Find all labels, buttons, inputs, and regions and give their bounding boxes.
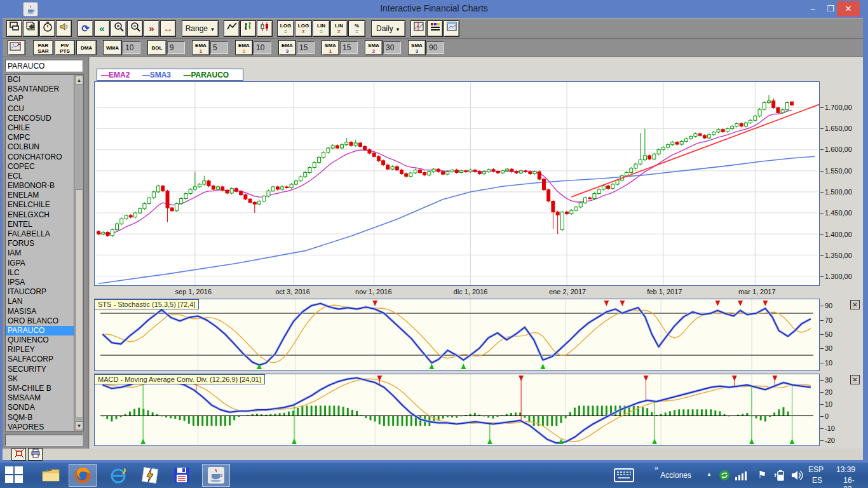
- sma3-period-field[interactable]: [426, 41, 444, 54]
- list-item[interactable]: ITAUCORP: [6, 287, 74, 297]
- clock-date[interactable]: 16-03-2017: [843, 476, 860, 488]
- fit-screen-button[interactable]: [11, 448, 26, 461]
- chart-window-icon[interactable]: [6, 20, 22, 37]
- chart-capture-icon[interactable]: +: [8, 40, 25, 55]
- list-item[interactable]: ENELGXCH: [6, 210, 74, 220]
- list-item[interactable]: BSANTANDER: [6, 85, 74, 94]
- list-item[interactable]: FALABELLA: [6, 229, 74, 239]
- refresh-icon[interactable]: ⟳: [78, 20, 93, 37]
- list-item[interactable]: CENCOSUD: [6, 114, 74, 123]
- language-indicator-2[interactable]: ES: [812, 476, 822, 485]
- stochastic-chart[interactable]: [94, 299, 820, 371]
- undo-icon[interactable]: [23, 20, 39, 37]
- sma1-period-field[interactable]: [340, 41, 358, 54]
- sma2-period-field[interactable]: [383, 41, 401, 54]
- legend-icon[interactable]: [427, 20, 443, 37]
- list-item[interactable]: SALFACORP: [6, 355, 74, 364]
- scale-lin-ne-button[interactable]: LIN≠: [330, 20, 348, 37]
- candlestick-icon[interactable]: [257, 20, 273, 37]
- indicator-ema1-button[interactable]: EMA1: [192, 40, 210, 55]
- ema1-period-field[interactable]: [210, 41, 228, 54]
- sound-icon[interactable]: [56, 20, 72, 37]
- list-item[interactable]: ILC: [6, 268, 74, 278]
- wma-period-field[interactable]: [123, 41, 140, 54]
- crosshair-chart-icon[interactable]: [410, 20, 426, 37]
- line-chart-icon[interactable]: [224, 20, 240, 37]
- list-item[interactable]: EMBONOR-B: [6, 181, 74, 191]
- list-item[interactable]: QUINENCO: [6, 336, 74, 345]
- keyboard-icon[interactable]: [614, 468, 634, 482]
- symbol-secondary-field[interactable]: [5, 435, 83, 446]
- scrollbar-thumb[interactable]: [75, 189, 83, 418]
- list-item[interactable]: LAN: [6, 297, 74, 306]
- list-item[interactable]: RIPLEY: [6, 345, 74, 355]
- period-dropdown[interactable]: Daily ▼: [371, 20, 405, 37]
- list-item[interactable]: MASISA: [6, 307, 74, 316]
- range-dropdown[interactable]: Range ▼: [182, 20, 219, 37]
- list-item[interactable]: SK: [6, 374, 74, 384]
- indicator-sma3-button[interactable]: SMA3: [408, 40, 426, 55]
- macd-chart[interactable]: [94, 374, 820, 446]
- java-taskbar-icon[interactable]: [202, 464, 230, 487]
- ema3-period-field[interactable]: [297, 41, 315, 54]
- indicator-dma-button[interactable]: DMA: [76, 40, 97, 55]
- symbol-input[interactable]: [5, 60, 83, 72]
- clock-time[interactable]: 13:39: [836, 465, 855, 474]
- indicator-wma-button[interactable]: WMA: [103, 40, 122, 55]
- indicator-ema3-button[interactable]: EMA3: [278, 40, 296, 55]
- zoom-in-icon[interactable]: [111, 20, 126, 37]
- scale-log-ne-button[interactable]: LOG≠: [295, 20, 312, 37]
- flag-tray-icon[interactable]: ⚑: [758, 469, 766, 480]
- indicator-ema2-button[interactable]: EMA2: [235, 40, 253, 55]
- minimize-button[interactable]: –: [804, 3, 821, 15]
- indicator-bol-button[interactable]: BOL: [147, 40, 166, 55]
- toolbar-overflow-chevron[interactable]: »: [654, 464, 658, 471]
- ohlc-bars-icon[interactable]: [240, 20, 256, 37]
- list-item[interactable]: SECURITY: [6, 365, 74, 374]
- price-chart[interactable]: [94, 81, 820, 286]
- internet-explorer-icon[interactable]: [104, 464, 132, 487]
- list-item[interactable]: BCI: [6, 75, 74, 85]
- network-signal-icon[interactable]: [735, 470, 749, 480]
- scale-log-eq-button[interactable]: LOG=: [277, 20, 294, 37]
- indicator-sma1-button[interactable]: SMA1: [322, 40, 339, 55]
- fit-width-icon[interactable]: ↔: [160, 20, 176, 37]
- scroll-right-icon[interactable]: »: [144, 20, 159, 37]
- list-item[interactable]: CCU: [6, 104, 74, 114]
- list-item[interactable]: PARAUCO: [6, 326, 74, 336]
- symbol-list-scrollbar[interactable]: ▲ ▼: [74, 74, 84, 431]
- list-item[interactable]: SONDA: [6, 403, 74, 412]
- timer-icon[interactable]: [39, 20, 55, 37]
- save-floppy-icon[interactable]: [168, 464, 196, 487]
- list-item[interactable]: IGPA: [6, 259, 74, 268]
- show-hidden-icons[interactable]: ▲: [707, 471, 712, 477]
- zoom-out-icon[interactable]: [127, 20, 143, 37]
- scroll-left-icon[interactable]: «: [94, 20, 110, 37]
- list-item[interactable]: ECL: [6, 172, 74, 181]
- ema2-period-field[interactable]: [254, 41, 271, 54]
- indicator-sma2-button[interactable]: SMA2: [365, 40, 383, 55]
- list-item[interactable]: ENELAM: [6, 191, 74, 200]
- scale-pct-button[interactable]: %=: [348, 20, 365, 37]
- list-item[interactable]: IPSA: [6, 278, 74, 287]
- firefox-icon[interactable]: [69, 464, 97, 487]
- explorer-icon[interactable]: [37, 464, 65, 487]
- winamp-icon[interactable]: [136, 464, 164, 487]
- list-item[interactable]: SQM-B: [6, 413, 74, 423]
- stochastic-close-icon[interactable]: ✕: [850, 300, 860, 309]
- indicator-parsar-button[interactable]: PARSAR: [33, 40, 53, 55]
- list-item[interactable]: CONCHATORO: [6, 152, 74, 162]
- list-item[interactable]: CAP: [6, 94, 74, 104]
- scroll-up-icon[interactable]: ▲: [75, 76, 83, 85]
- close-button[interactable]: ✕: [837, 1, 860, 17]
- list-item[interactable]: SM-CHILE B: [6, 384, 74, 393]
- list-item[interactable]: FORUS: [6, 239, 74, 248]
- list-item[interactable]: ENELCHILE: [6, 200, 74, 210]
- list-item[interactable]: CMPC: [6, 133, 74, 142]
- bol-period-field[interactable]: [167, 41, 185, 54]
- taskbar-toolbar-label[interactable]: Acciones: [660, 471, 691, 480]
- list-item[interactable]: COPEC: [6, 162, 74, 172]
- list-item[interactable]: VAPORES: [6, 423, 74, 431]
- volume-tray-icon[interactable]: [790, 470, 803, 481]
- start-button[interactable]: [5, 466, 27, 484]
